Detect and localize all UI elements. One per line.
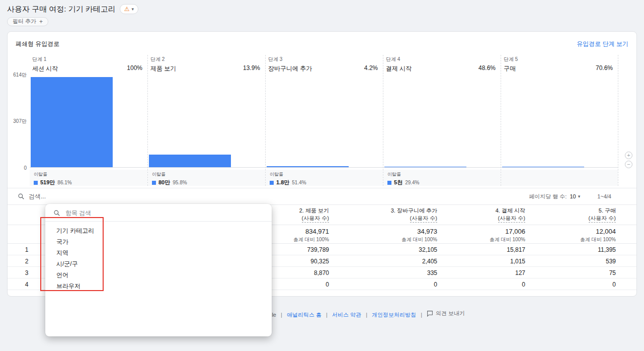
abandonment-rate: 51.4%: [292, 180, 306, 185]
table-search: [18, 193, 119, 200]
table-toolbar: 페이지당 행 수: 10 ▾ 1~4/4: [8, 188, 636, 205]
funnel-bar-step-4[interactable]: [384, 167, 466, 167]
view-funnel-steps-link[interactable]: 유입경로 단계 보기: [577, 40, 628, 48]
step-name: 구매: [504, 64, 516, 73]
rows-per-page-select[interactable]: 10 ▾: [570, 193, 580, 199]
dimension-option-country[interactable]: 국가: [45, 236, 272, 247]
cell-purchase: 75: [505, 269, 616, 276]
chevron-down-icon: ▾: [132, 7, 134, 12]
abandonment-box-step-4: 이탈률 5천 29.4%: [383, 170, 501, 186]
metric-term: (사용자 수): [589, 215, 616, 223]
row-number: 1: [23, 246, 31, 253]
row-number: 2: [23, 258, 31, 265]
step-plot-area: [266, 75, 383, 168]
abandonment-box-step-2: 이탈률 80만 95.8%: [148, 170, 265, 186]
abandonment-label: 이탈률: [387, 171, 501, 178]
footer-separator: |: [281, 312, 282, 318]
column-header-purchase[interactable]: 5. 구매 (사용자 수): [505, 207, 616, 223]
rows-per-page-label: 페이지당 행 수:: [529, 193, 567, 200]
feedback-chat-icon: [427, 310, 433, 317]
footer-link-privacy[interactable]: 개인정보처리방침: [372, 312, 416, 318]
add-filter-label: 필터 추가: [13, 18, 36, 25]
dimension-picker-dropdown: 기기 카테고리 국가 지역 시/군/구 언어 브라우저: [45, 204, 272, 336]
row-number: 4: [23, 281, 31, 288]
step-rate: 4.2%: [364, 64, 378, 73]
funnel-bar-step-1[interactable]: [31, 77, 113, 167]
pagination-controls: 페이지당 행 수: 10 ▾ 1~4/4: [529, 193, 611, 200]
abandonment-box-step-5: [501, 170, 618, 186]
funnel-bar-step-2[interactable]: [149, 155, 231, 167]
filter-row: 필터 추가 +: [7, 16, 48, 26]
y-axis-tick-mid: 307만: [8, 118, 27, 125]
step-rate: 13.9%: [243, 64, 260, 73]
total-value: 12,004: [505, 228, 616, 235]
step-rate: 48.6%: [478, 64, 496, 73]
funnel-section-title: 폐쇄형 유입경로: [16, 40, 59, 48]
funnel-step-1: 단계 1 세션 시작 100% 이탈률 519만 86.1%: [30, 55, 147, 186]
dimension-option-language[interactable]: 언어: [45, 269, 272, 280]
step-header: 단계 2 제품 보기 13.9%: [148, 55, 265, 74]
funnel-bar-step-5[interactable]: [502, 167, 584, 167]
footer-separator: |: [366, 312, 367, 318]
abandonment-rate: 29.4%: [405, 180, 419, 185]
step-rate: 100%: [127, 64, 142, 73]
search-icon: [53, 209, 60, 217]
funnel-step-2: 단계 2 제품 보기 13.9% 이탈률 80만 95.8%: [147, 55, 265, 186]
table-search-input[interactable]: [29, 193, 119, 200]
step-name: 제품 보기: [150, 64, 176, 73]
chevron-down-icon: ▾: [578, 194, 581, 199]
funnel-step-5: 단계 5 구매 70.6%: [501, 55, 618, 186]
pagination-range: 1~4/4: [597, 193, 611, 199]
funnel-bar-step-3[interactable]: [267, 166, 349, 167]
dimension-option-browser[interactable]: 브라우저: [45, 280, 272, 292]
search-icon: [18, 193, 25, 200]
abandonment-box-step-3: 이탈률 1.8만 51.4%: [266, 170, 383, 186]
abandonment-box-step-1: 이탈률 519만 86.1%: [30, 170, 147, 186]
step-rate: 70.6%: [596, 64, 613, 73]
funnel-step-4: 단계 4 결제 시작 48.6% 이탈률 5천 29.4%: [383, 55, 501, 186]
step-name: 세션 시작: [32, 64, 58, 73]
footer-link-analytics-home[interactable]: 애널리틱스 홈: [287, 312, 321, 318]
step-number-label: 단계 4: [386, 56, 496, 63]
legend-square-icon: [34, 181, 38, 185]
zoom-out-button[interactable]: −: [625, 161, 632, 168]
step-number-label: 단계 1: [32, 56, 142, 63]
step-number-label: 단계 5: [504, 56, 613, 63]
footer-separator: |: [421, 312, 422, 318]
abandonment-rate: 95.8%: [173, 180, 187, 185]
legend-square-icon: [387, 181, 391, 185]
send-feedback-label: 의견 보내기: [436, 310, 465, 317]
abandonment-value: 80만: [158, 179, 170, 186]
footer-link-terms[interactable]: 서비스 약관: [332, 312, 361, 318]
report-warning-chip[interactable]: ⚠ ▾: [120, 4, 138, 14]
plus-icon: +: [39, 19, 43, 25]
step-name: 장바구니에 추가: [268, 64, 312, 73]
abandonment-label: 이탈률: [270, 171, 383, 178]
abandonment-value: 519만: [40, 179, 55, 186]
dimension-option-device-category[interactable]: 기기 카테고리: [45, 225, 272, 236]
cell-purchase: 0: [505, 281, 616, 288]
dimension-list: 기기 카테고리 국가 지역 시/군/구 언어 브라우저: [45, 222, 272, 292]
step-header: 단계 3 장바구니에 추가 4.2%: [266, 55, 383, 74]
total-share: 총계 대비 100%: [505, 236, 616, 243]
page-title: 사용자 구매 여정: 기기 카테고리: [7, 5, 116, 14]
step-header: 단계 5 구매 70.6%: [501, 55, 618, 74]
dimension-option-region[interactable]: 지역: [45, 247, 272, 258]
dimension-search-input[interactable]: [65, 209, 226, 217]
step-header: 단계 4 결제 시작 48.6%: [383, 55, 501, 74]
cell-purchase: 11,395: [505, 246, 616, 253]
send-feedback-button[interactable]: 의견 보내기: [427, 310, 465, 317]
metric-term: (사용자 수): [302, 215, 329, 223]
step-name: 결제 시작: [386, 64, 412, 73]
step-header: 단계 1 세션 시작 100%: [30, 55, 147, 74]
dimension-option-city[interactable]: 시/군/구: [45, 258, 272, 269]
footer-separator: |: [326, 312, 328, 318]
step-plot-area: [148, 75, 265, 168]
abandonment-label: 이탈률: [152, 171, 265, 178]
funnel-step-3: 단계 3 장바구니에 추가 4.2% 이탈률 1.8만 51.4%: [265, 55, 383, 186]
row-number: 3: [23, 269, 31, 276]
add-filter-button[interactable]: 필터 추가 +: [7, 17, 48, 26]
zoom-in-button[interactable]: +: [625, 152, 632, 159]
rows-per-page-value: 10: [570, 193, 576, 199]
step-number-label: 단계 2: [150, 56, 260, 63]
